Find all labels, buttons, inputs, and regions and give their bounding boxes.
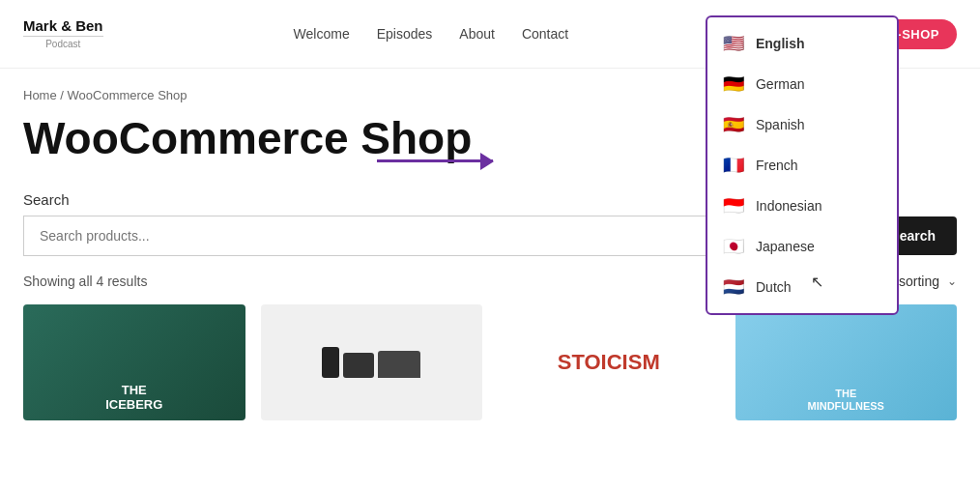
site-logo: Mark & Ben Podcast (23, 18, 103, 50)
nav-episodes[interactable]: Episodes (377, 26, 433, 42)
flag-french: 🇫🇷 (723, 155, 744, 176)
nav-contact[interactable]: Contact (522, 26, 568, 42)
product-card-1[interactable]: THEICEBERG (23, 304, 245, 420)
lang-item-japanese[interactable]: 🇯🇵 Japanese (707, 226, 897, 267)
logo-subtitle: Podcast (23, 36, 103, 49)
product-card-3[interactable]: STOICISM (498, 304, 720, 420)
product-title-4: THEMINDFULNESS (808, 388, 884, 413)
tablet-icon (343, 353, 374, 378)
breadcrumb-home[interactable]: Home (23, 88, 57, 102)
breadcrumb-current: WooCommerce Shop (68, 88, 187, 102)
flag-spanish: 🇪🇸 (723, 114, 744, 135)
product-card-2[interactable] (261, 304, 483, 420)
flag-japanese: 🇯🇵 (723, 236, 744, 257)
lang-label-french: French (756, 158, 798, 173)
lang-label-english: English (756, 36, 805, 51)
flag-english: 🇺🇸 (723, 33, 744, 54)
product-title-3: STOICISM (558, 352, 660, 373)
product-card-4[interactable]: THEMINDFULNESS (735, 304, 958, 420)
lang-item-english[interactable]: 🇺🇸 English (707, 23, 897, 64)
chevron-down-icon: ⌄ (947, 274, 957, 288)
lang-item-indonesian[interactable]: 🇮🇩 Indonesian (707, 186, 897, 226)
lang-item-french[interactable]: 🇫🇷 French (707, 145, 897, 186)
phone-icon (322, 347, 339, 378)
flag-german: 🇩🇪 (723, 73, 744, 95)
flag-indonesian: 🇮🇩 (723, 195, 744, 216)
nav-right: 🇺🇸 English E-SHOP 🇺🇸 English 🇩🇪 German 🇪… (759, 15, 957, 52)
lang-label-indonesian: Indonesian (756, 198, 822, 214)
logo-title: Mark & Ben (23, 18, 103, 35)
language-dropdown: 🇺🇸 English 🇩🇪 German 🇪🇸 Spanish 🇫🇷 Frenc… (706, 15, 899, 315)
nav-welcome[interactable]: Welcome (294, 26, 350, 42)
arrow-line (377, 159, 493, 162)
results-count: Showing all 4 results (23, 274, 147, 289)
lang-label-japanese: Japanese (756, 239, 815, 254)
arrow-indicator (377, 159, 493, 162)
product-grid: THEICEBERG STOICISM THEMINDFULNESS (23, 304, 957, 420)
lang-label-dutch: Dutch (756, 279, 792, 295)
product-title-1: THEICEBERG (105, 383, 162, 413)
lang-item-dutch[interactable]: 🇳🇱 Dutch (707, 267, 897, 307)
lang-item-german[interactable]: 🇩🇪 German (707, 64, 897, 104)
device-icons (322, 347, 420, 378)
lang-item-spanish[interactable]: 🇪🇸 Spanish (707, 104, 897, 145)
laptop-icon (378, 351, 420, 378)
flag-dutch: 🇳🇱 (723, 276, 744, 298)
nav-about[interactable]: About (459, 26, 495, 42)
main-nav: Welcome Episodes About Contact (294, 26, 569, 42)
lang-label-spanish: Spanish (756, 117, 805, 132)
lang-label-german: German (756, 76, 805, 92)
breadcrumb-separator: / (57, 88, 68, 102)
site-header: Mark & Ben Podcast Welcome Episodes Abou… (0, 0, 980, 69)
